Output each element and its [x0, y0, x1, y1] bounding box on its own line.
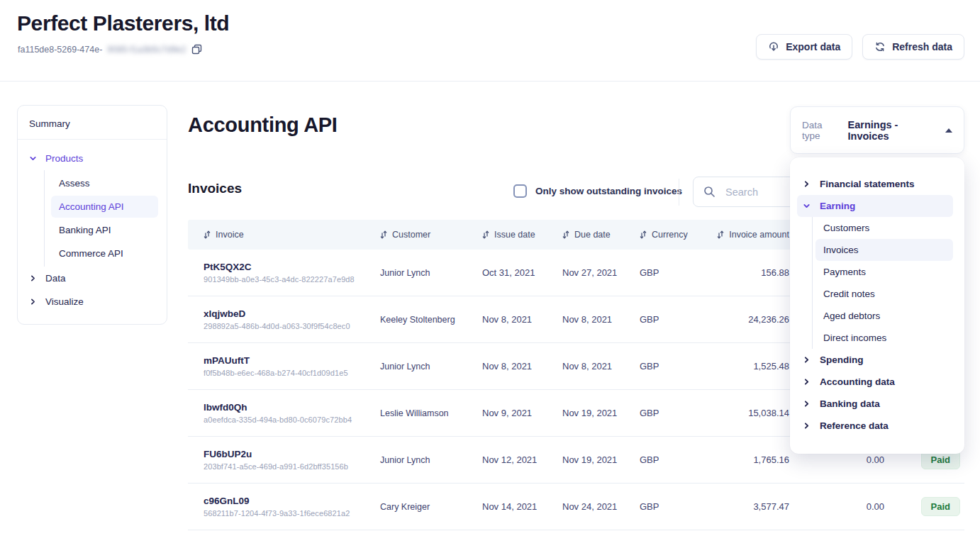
column-label: Due date — [574, 230, 611, 240]
dropdown-item-label: Financial statements — [820, 179, 915, 189]
issue-date: Nov 12, 2021 — [482, 454, 562, 465]
dropdown-item-label: Spending — [820, 354, 864, 365]
dropdown-item-credit-notes[interactable]: Credit notes — [815, 283, 953, 305]
invoice-id: 203bf741-a5ce-469d-a991-6d2bff35156b — [204, 462, 380, 471]
sidebar-divider — [18, 139, 167, 140]
chevron-right-icon — [803, 180, 811, 188]
chevron-right-icon — [29, 298, 37, 306]
invoice-code: mPAUuftT — [204, 355, 380, 366]
dropdown-item-accounting-data[interactable]: Accounting data — [797, 371, 953, 393]
header-divider — [0, 81, 980, 82]
sidebar-item-visualize[interactable]: Visualize — [18, 290, 167, 313]
products-children: Assess Accounting API Banking API Commer… — [44, 170, 167, 267]
dropdown-item-reference-data[interactable]: Reference data — [797, 415, 953, 437]
dropdown-item-financial-statements[interactable]: Financial statements — [797, 173, 953, 195]
refresh-icon — [874, 41, 886, 52]
earning-children: Customers Invoices Payments Credit notes… — [812, 217, 964, 349]
column-header-customer[interactable]: Customer — [380, 230, 482, 240]
column-header-issue-date[interactable]: Issue date — [482, 230, 562, 240]
invoice-amount: 15,038.14 — [698, 408, 789, 418]
sidebar-item-products[interactable]: Products — [18, 147, 167, 170]
table-row[interactable]: c96GnL09568211b7-1204-4f73-9a33-1f6ece68… — [188, 484, 964, 530]
invoice-id: 901349bb-a0e3-45c3-a4dc-822227a7e9d8 — [204, 275, 380, 284]
dropdown-item-label: Earning — [820, 201, 855, 211]
column-header-invoice[interactable]: Invoice — [188, 230, 380, 240]
column-header-currency[interactable]: Currency — [640, 230, 698, 240]
sort-arrows-icon — [482, 230, 489, 239]
issue-date: Nov 14, 2021 — [482, 501, 562, 512]
column-label: Invoice — [216, 230, 244, 240]
sidebar-item-commerce-api[interactable]: Commerce API — [51, 242, 158, 264]
chevron-down-icon — [803, 202, 811, 210]
due-date: Nov 27, 2021 — [562, 267, 640, 278]
column-header-due-date[interactable]: Due date — [562, 230, 640, 240]
invoice-id: 568211b7-1204-4f73-9a33-1f6ece6821a2 — [204, 509, 380, 518]
dropdown-item-label: Accounting data — [820, 376, 895, 387]
sort-arrows-icon — [380, 230, 387, 239]
outstanding-invoices-checkbox[interactable] — [513, 184, 527, 198]
customer-name: Junior Lynch — [380, 455, 482, 465]
column-label: Issue date — [494, 230, 535, 240]
column-label: Currency — [652, 230, 688, 240]
refresh-button-label: Refresh data — [892, 41, 952, 52]
invoice-amount: 1,525.48 — [698, 361, 789, 372]
sort-arrows-icon — [562, 230, 569, 239]
issue-date: Nov 8, 2021 — [482, 361, 562, 372]
sidebar-item-assess[interactable]: Assess — [51, 172, 158, 194]
customer-name: Junior Lynch — [380, 268, 482, 278]
amount-due: 0.00 — [789, 454, 884, 465]
dropdown-item-earning[interactable]: Earning — [797, 195, 953, 217]
dropdown-item-direct-incomes[interactable]: Direct incomes — [815, 327, 953, 349]
data-type-dropdown-panel: Financial statements Earning Customers I… — [790, 157, 964, 454]
invoice-code: lbwfd0Qh — [204, 402, 380, 413]
invoice-amount: 24,236.26 — [698, 314, 789, 325]
page-title: Perfect Plasterers, ltd — [17, 11, 229, 35]
refresh-data-button[interactable]: Refresh data — [862, 34, 964, 60]
invoice-id: 298892a5-486b-4d0d-a063-30f9f54c8ec0 — [204, 322, 380, 330]
status-badge: Paid — [921, 497, 960, 516]
data-type-select[interactable]: Data type Earnings - Invoices — [790, 106, 964, 154]
dropdown-item-payments[interactable]: Payments — [815, 261, 953, 283]
main-page-title: Accounting API — [188, 113, 338, 137]
customer-name: Keeley Stoltenberg — [380, 315, 482, 325]
sidebar: Summary Products Assess Accounting API B… — [17, 105, 167, 325]
chevron-right-icon — [803, 356, 811, 364]
invoice-code: xIqjwbeD — [204, 308, 380, 319]
copy-icon[interactable] — [191, 44, 202, 55]
chevron-right-icon — [29, 274, 37, 282]
currency: GBP — [640, 267, 698, 278]
sidebar-item-data[interactable]: Data — [18, 267, 167, 290]
sidebar-item-accounting-api[interactable]: Accounting API — [51, 196, 158, 218]
invoice-code: FU6bUP2u — [204, 449, 380, 459]
issue-date: Nov 8, 2021 — [482, 314, 562, 325]
amount-due: 0.00 — [789, 501, 884, 512]
dropdown-item-label: Reference data — [820, 420, 889, 431]
company-id-redacted: 9085-f1a3b5c7d9e2 — [107, 45, 186, 55]
currency: GBP — [640, 361, 698, 372]
column-header-invoice-amount[interactable]: Invoice amount — [698, 230, 789, 240]
export-button-label: Export data — [786, 41, 840, 52]
chevron-right-icon — [803, 400, 811, 408]
dropdown-item-invoices[interactable]: Invoices — [815, 239, 953, 261]
invoice-code: c96GnL09 — [204, 496, 380, 506]
invoice-amount: 1,765.16 — [698, 454, 789, 465]
dropdown-item-banking-data[interactable]: Banking data — [797, 393, 953, 415]
sidebar-item-label: Visualize — [45, 296, 84, 307]
dropdown-item-label: Banking data — [820, 398, 880, 409]
dropdown-item-customers[interactable]: Customers — [815, 217, 953, 239]
sidebar-item-summary[interactable]: Summary — [18, 117, 167, 139]
dropdown-item-aged-debtors[interactable]: Aged debtors — [815, 305, 953, 327]
sidebar-item-banking-api[interactable]: Banking API — [51, 219, 158, 241]
currency: GBP — [640, 408, 698, 418]
outstanding-invoices-label: Only show outstanding invoices — [535, 186, 682, 196]
export-data-button[interactable]: Export data — [756, 34, 852, 60]
dropdown-item-spending[interactable]: Spending — [797, 349, 953, 371]
chevron-right-icon — [803, 378, 811, 386]
due-date: Nov 8, 2021 — [562, 314, 640, 325]
caret-up-icon — [945, 128, 952, 133]
invoice-amount: 3,577.47 — [698, 501, 789, 512]
sort-arrows-icon — [204, 230, 211, 239]
company-id-prefix: fa115de8-5269-474e- — [18, 45, 102, 55]
sort-arrows-icon — [717, 230, 724, 239]
column-label: Customer — [392, 230, 430, 240]
